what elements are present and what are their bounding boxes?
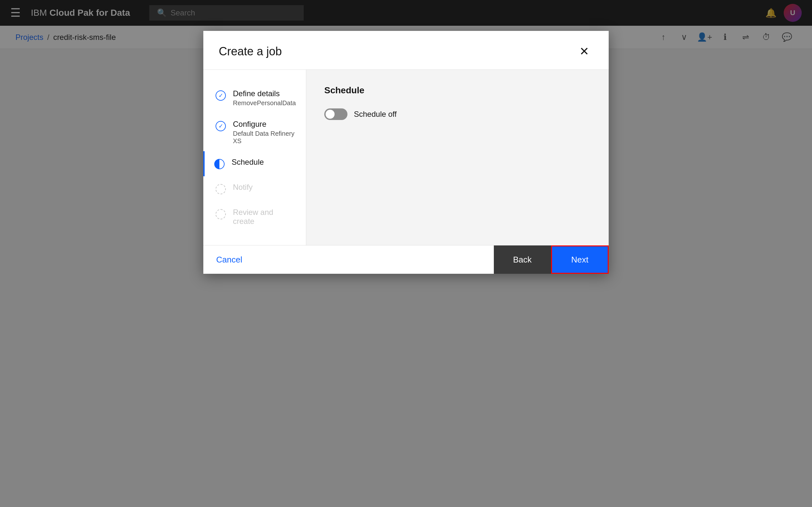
steps-sidebar: ✓ Define details RemovePersonalData ✓ Co… [203,70,306,245]
step-configure-text: Configure Default Data Refinery XS [233,120,296,145]
modal-body: ✓ Define details RemovePersonalData ✓ Co… [203,70,609,245]
step-configure-sublabel: Default Data Refinery XS [233,130,296,145]
create-job-modal: Create a job ✕ ✓ Define details RemovePe… [203,31,609,274]
modal-header: Create a job ✕ [203,31,609,70]
step-configure-icon: ✓ [215,120,227,132]
pending-circle-icon [216,184,226,194]
step-notify[interactable]: Notify [203,176,306,202]
step-review-icon [215,209,227,220]
next-button[interactable]: Next [551,245,609,274]
step-define-details-text: Define details RemovePersonalData [233,89,296,107]
step-define-details-sublabel: RemovePersonalData [233,99,296,107]
check-circle-icon-2: ✓ [216,121,226,131]
schedule-off-label: Schedule off [354,110,397,119]
step-schedule-label: Schedule [232,158,264,167]
step-notify-text: Notify [233,183,252,192]
modal-close-button[interactable]: ✕ [575,43,593,60]
schedule-section-title: Schedule [324,85,591,96]
close-icon: ✕ [579,45,589,58]
modal-title: Create a job [219,45,282,58]
step-schedule[interactable]: Schedule [203,151,306,176]
cancel-button[interactable]: Cancel [203,245,255,274]
check-circle-icon: ✓ [216,91,226,101]
step-review-create[interactable]: Review and create [203,202,306,232]
step-notify-icon [215,183,227,195]
half-circle-icon [214,159,225,169]
step-schedule-text: Schedule [232,158,264,167]
step-configure-label: Configure [233,120,296,129]
step-define-details-label: Define details [233,89,296,98]
step-notify-label: Notify [233,183,252,192]
schedule-toggle[interactable] [324,108,347,120]
schedule-toggle-row: Schedule off [324,108,591,120]
step-define-details[interactable]: ✓ Define details RemovePersonalData [203,83,306,113]
step-schedule-icon [214,158,225,170]
step-review-label: Review and create [233,208,296,226]
modal-footer: Cancel Back Next [203,245,609,274]
pending-circle-icon-2 [216,209,226,219]
schedule-content: Schedule Schedule off [306,70,609,245]
back-button[interactable]: Back [494,245,551,274]
step-define-details-icon: ✓ [215,90,227,101]
step-review-text: Review and create [233,208,296,226]
step-configure[interactable]: ✓ Configure Default Data Refinery XS [203,113,306,151]
